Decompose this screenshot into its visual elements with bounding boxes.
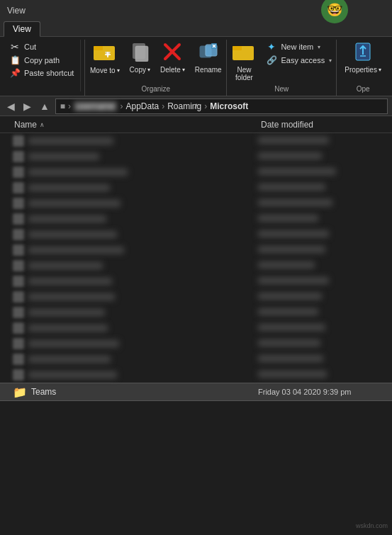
tab-view[interactable]: View	[4, 21, 40, 37]
blurred-date	[258, 355, 323, 362]
new-item-button[interactable]: ✦ New item ▾	[262, 40, 335, 54]
teams-row[interactable]: 📁 Teams Friday 03 04 2020 9:39 pm	[0, 383, 392, 401]
teams-date: Friday 03 04 2020 9:39 pm	[258, 388, 389, 396]
avatar: 🤓	[321, 0, 349, 25]
blurred-date	[258, 261, 315, 269]
blurred-row[interactable]	[0, 164, 392, 180]
copy-path-button[interactable]: 📋 Copy path	[5, 54, 77, 67]
blurred-row[interactable]	[0, 180, 392, 196]
properties-arrow: ▾	[379, 67, 381, 73]
blurred-date	[258, 339, 320, 347]
new-item-label: New item	[281, 43, 313, 51]
move-to-label: Move to	[90, 67, 116, 74]
blurred-icon	[13, 338, 24, 349]
blurred-row-date	[258, 184, 389, 192]
blurred-row-date	[258, 152, 389, 161]
blurred-date	[258, 215, 318, 222]
blurred-icon	[13, 369, 24, 381]
blurred-row[interactable]	[0, 242, 392, 258]
back-button[interactable]: ◀	[4, 99, 18, 113]
new-item-arrow: ▾	[318, 44, 320, 50]
svg-rect-1	[94, 46, 103, 50]
blurred-date	[258, 199, 332, 206]
blurred-row-date	[258, 355, 389, 364]
blurred-date	[258, 168, 336, 175]
blurred-row-date	[258, 137, 389, 145]
blurred-icon	[13, 260, 24, 271]
blurred-date	[258, 371, 327, 378]
paste-shortcut-button[interactable]: 📌 Paste shortcut	[5, 67, 77, 79]
forward-button[interactable]: ▶	[21, 99, 34, 113]
copy-path-label: Copy path	[24, 56, 60, 64]
blurred-row[interactable]	[0, 196, 392, 211]
blurred-row[interactable]	[0, 149, 392, 164]
col-name-header[interactable]: Name ∧	[0, 120, 255, 130]
blurred-row-name	[3, 213, 258, 225]
move-to-icon	[94, 42, 116, 65]
blurred-date	[258, 246, 325, 253]
blurred-row[interactable]	[0, 305, 392, 320]
blurred-row[interactable]	[0, 227, 392, 242]
teams-folder-icon: 📁	[13, 385, 27, 399]
delete-label: Delete	[160, 66, 181, 74]
blurred-row-name	[3, 354, 258, 365]
blurred-row[interactable]	[0, 258, 392, 274]
teams-row-name: 📁 Teams	[3, 385, 258, 399]
easy-access-button[interactable]: 🔗 Easy access ▾	[262, 54, 335, 67]
blurred-row[interactable]	[0, 351, 392, 367]
blurred-filename	[28, 153, 99, 160]
title-bar-text: View	[7, 6, 26, 16]
blurred-date	[258, 277, 329, 284]
blurred-row-date	[258, 199, 389, 208]
blurred-filename	[28, 262, 103, 269]
blurred-row-date	[258, 230, 389, 239]
blurred-row-date	[258, 246, 389, 254]
blurred-row[interactable]	[0, 211, 392, 227]
blurred-icon	[13, 307, 24, 318]
blurred-row-name	[3, 276, 258, 287]
delete-button[interactable]: Delete ▾	[156, 40, 189, 84]
blurred-filename	[28, 325, 108, 332]
blurred-row-name	[3, 322, 258, 334]
blurred-icon	[13, 229, 24, 240]
blurred-row-name	[3, 182, 258, 193]
blurred-row-date	[258, 293, 389, 301]
blurred-row[interactable]	[0, 289, 392, 305]
blurred-row[interactable]	[0, 336, 392, 351]
col-date-header[interactable]: Date modified	[255, 120, 392, 130]
collapse-ribbon-button[interactable]: ∧	[192, 100, 201, 112]
cut-button[interactable]: ✂ Cut	[5, 40, 77, 54]
blurred-row-name	[3, 135, 258, 147]
easy-access-arrow: ▾	[329, 57, 332, 64]
blurred-row-name	[3, 167, 258, 178]
sort-arrow: ∧	[40, 121, 45, 128]
copy-to-label: Copy	[130, 66, 146, 74]
blurred-filename	[28, 309, 105, 316]
blurred-filename	[28, 247, 124, 254]
move-to-arrow: ▾	[117, 67, 120, 74]
ribbon-section-clipboard: ✂ Cut 📋 Copy path 📌 Paste shortcut	[3, 40, 85, 96]
title-bar: View 🤓	[0, 0, 392, 21]
blurred-filename	[28, 169, 128, 176]
move-to-button[interactable]: Move to ▾	[86, 40, 124, 84]
new-item-icon: ✦	[265, 41, 278, 52]
blurred-row-name	[3, 291, 258, 303]
blurred-row[interactable]	[0, 133, 392, 149]
address-bar: ◀ ▶ ▲ ■ › username › Name AppData › Roam…	[0, 96, 392, 116]
blurred-row-name	[3, 307, 258, 318]
blurred-filename	[28, 340, 119, 347]
blurred-row-name	[3, 338, 258, 349]
delete-icon	[162, 42, 182, 64]
blurred-row[interactable]	[0, 320, 392, 336]
blurred-row-date	[258, 261, 389, 270]
up-button[interactable]: ▲	[37, 99, 52, 113]
blurred-icon	[13, 213, 24, 225]
blurred-row[interactable]	[0, 367, 392, 383]
new-folder-button[interactable]: Newfolder	[228, 40, 260, 84]
blurred-icon	[13, 182, 24, 193]
copy-to-button[interactable]: Copy ▾	[125, 40, 155, 84]
properties-button[interactable]: Properties ▾	[340, 40, 386, 84]
address-path[interactable]: ■ › username › Name AppData › Roaming › …	[55, 98, 388, 114]
blurred-row[interactable]	[0, 274, 392, 289]
rename-button[interactable]: Rename	[191, 40, 226, 84]
